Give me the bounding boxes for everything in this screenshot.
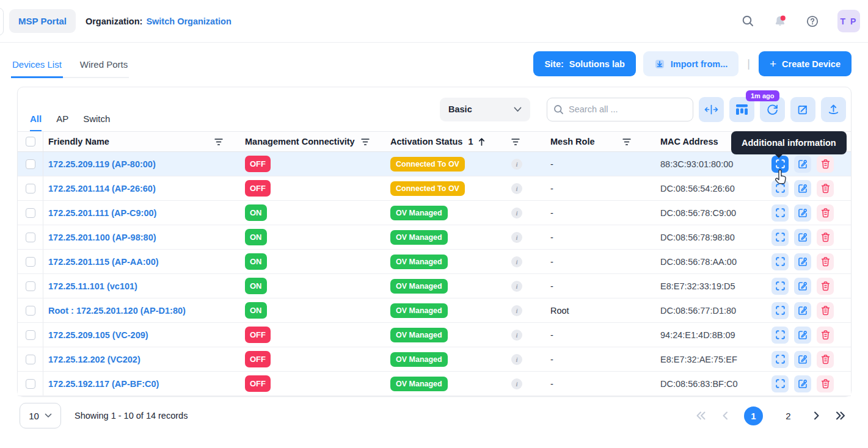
delete-device-button[interactable]	[817, 375, 834, 392]
table-row[interactable]: 172.25.201.111 (AP-C9:00) ON OV Managed …	[18, 201, 851, 225]
edit-device-button[interactable]	[794, 351, 811, 368]
table-row[interactable]: 172.25.192.117 (AP-BF:C0) OFF OV Managed…	[18, 372, 851, 396]
info-icon[interactable]: i	[511, 183, 522, 194]
edit-device-button[interactable]	[794, 156, 811, 173]
user-avatar[interactable]: T P	[837, 10, 860, 32]
info-icon[interactable]: i	[511, 305, 522, 316]
row-checkbox[interactable]	[26, 355, 35, 364]
table-row[interactable]: 172.25.11.101 (vc101) ON OV Managed i - …	[18, 274, 851, 298]
search-input[interactable]	[569, 104, 679, 114]
msp-portal-brand-button[interactable]: MSP Portal	[9, 9, 76, 33]
edit-device-button[interactable]	[794, 278, 811, 295]
filter-icon[interactable]	[511, 138, 520, 146]
row-checkbox[interactable]	[26, 281, 35, 291]
tab-ap[interactable]: AP	[56, 114, 68, 131]
table-row[interactable]: 172.25.12.202 (VC202) OFF OV Managed i -…	[18, 347, 851, 372]
previous-page-button[interactable]	[722, 411, 728, 420]
row-checkbox[interactable]	[26, 208, 35, 218]
help-icon[interactable]	[805, 14, 820, 29]
organization-name-link[interactable]: Switch Organization	[146, 16, 231, 26]
info-icon[interactable]: i	[511, 232, 522, 243]
tab-wired-ports[interactable]: Wired Ports	[79, 56, 129, 78]
expand-row-button[interactable]	[771, 204, 789, 222]
search-icon[interactable]	[740, 14, 755, 29]
row-checkbox[interactable]	[26, 306, 35, 316]
expand-row-button[interactable]	[771, 229, 789, 246]
edit-device-button[interactable]	[794, 253, 811, 270]
pagination-page-2[interactable]: 2	[779, 406, 798, 425]
delete-device-button[interactable]	[817, 253, 834, 270]
edit-device-button[interactable]	[794, 229, 811, 246]
site-button[interactable]: Site: Solutions lab	[533, 51, 635, 76]
table-row[interactable]: 172.25.209.119 (AP-80:00) OFF Connected …	[18, 152, 851, 176]
table-row[interactable]: 172.25.201.115 (AP-AA:00) ON OV Managed …	[18, 250, 851, 274]
expand-row-button[interactable]	[771, 278, 789, 295]
device-name-link[interactable]: Root : 172.25.201.120 (AP-D1:80)	[48, 306, 186, 316]
notification-bell-icon[interactable]	[773, 14, 787, 29]
delete-device-button[interactable]	[817, 302, 834, 319]
create-device-button[interactable]: + Create Device	[759, 51, 852, 76]
open-external-button[interactable]	[790, 97, 815, 122]
info-icon[interactable]: i	[511, 281, 522, 292]
page-size-select[interactable]: 10	[20, 403, 61, 428]
device-name-link[interactable]: 172.25.12.202 (VC202)	[48, 355, 140, 364]
header-management-connectivity[interactable]: Management Connectivity	[239, 132, 387, 151]
tab-all[interactable]: All	[30, 114, 42, 131]
device-name-link[interactable]: 172.25.11.101 (vc101)	[48, 281, 137, 291]
delete-device-button[interactable]	[817, 351, 834, 368]
row-checkbox[interactable]	[26, 233, 35, 242]
info-icon[interactable]: i	[511, 378, 522, 389]
device-name-link[interactable]: 172.25.209.105 (VC-209)	[48, 330, 148, 340]
delete-device-button[interactable]	[817, 229, 834, 246]
table-row[interactable]: 172.25.201.114 (AP-26:60) OFF Connected …	[18, 176, 851, 201]
expand-row-button[interactable]	[771, 253, 789, 270]
delete-device-button[interactable]	[817, 278, 834, 295]
table-row[interactable]: 172.25.209.105 (VC-209) OFF OV Managed i…	[18, 323, 851, 347]
info-icon[interactable]: i	[511, 256, 522, 267]
delete-device-button[interactable]	[817, 156, 834, 173]
info-icon[interactable]: i	[511, 159, 522, 170]
edit-device-button[interactable]	[794, 180, 811, 197]
edit-device-button[interactable]	[794, 302, 811, 319]
device-name-link[interactable]: 172.25.201.100 (AP-98:80)	[48, 233, 156, 242]
device-name-link[interactable]: 172.25.201.111 (AP-C9:00)	[48, 208, 156, 218]
pagination-page-1[interactable]: 1	[744, 406, 763, 425]
device-name-link[interactable]: 172.25.192.117 (AP-BF:C0)	[48, 379, 159, 389]
row-checkbox[interactable]	[26, 159, 35, 169]
row-checkbox[interactable]	[26, 184, 35, 193]
expand-row-button[interactable]	[771, 351, 789, 368]
info-icon[interactable]: i	[511, 330, 522, 341]
view-mode-select[interactable]: Basic	[440, 98, 530, 121]
row-checkbox[interactable]	[26, 379, 35, 389]
tab-switch[interactable]: Switch	[83, 114, 110, 131]
expand-row-button[interactable]	[771, 375, 789, 392]
row-checkbox[interactable]	[26, 330, 35, 340]
device-name-link[interactable]: 172.25.201.115 (AP-AA:00)	[48, 257, 159, 267]
expand-row-button[interactable]	[771, 327, 789, 344]
table-row[interactable]: Root : 172.25.201.120 (AP-D1:80) ON OV M…	[18, 298, 851, 323]
edit-device-button[interactable]	[794, 204, 811, 222]
delete-device-button[interactable]	[817, 327, 834, 344]
edit-device-button[interactable]	[794, 375, 811, 392]
tab-devices-list[interactable]: Devices List	[11, 56, 63, 78]
header-activation-status[interactable]: Activation Status 1	[387, 132, 538, 151]
device-name-link[interactable]: 172.25.209.119 (AP-80:00)	[48, 159, 156, 169]
header-mesh-role[interactable]: Mesh Role	[538, 132, 646, 151]
expand-row-button[interactable]	[771, 302, 789, 319]
header-friendly-name[interactable]: Friendly Name	[43, 132, 239, 151]
filter-icon[interactable]	[622, 138, 631, 146]
table-row[interactable]: 172.25.201.100 (AP-98:80) ON OV Managed …	[18, 225, 851, 250]
sort-indicator[interactable]: 1	[468, 137, 485, 146]
info-icon[interactable]: i	[511, 354, 522, 365]
info-icon[interactable]: i	[511, 208, 522, 219]
import-from-button[interactable]: Import from...	[643, 51, 739, 76]
first-page-button[interactable]	[696, 411, 706, 420]
filter-icon[interactable]	[214, 138, 223, 146]
last-page-button[interactable]	[836, 411, 846, 420]
delete-device-button[interactable]	[817, 180, 834, 197]
filter-icon[interactable]	[361, 138, 370, 146]
next-page-button[interactable]	[814, 411, 820, 420]
device-name-link[interactable]: 172.25.201.114 (AP-26:60)	[48, 184, 156, 193]
expand-row-button[interactable]	[771, 180, 789, 197]
column-resize-button[interactable]	[699, 97, 724, 122]
